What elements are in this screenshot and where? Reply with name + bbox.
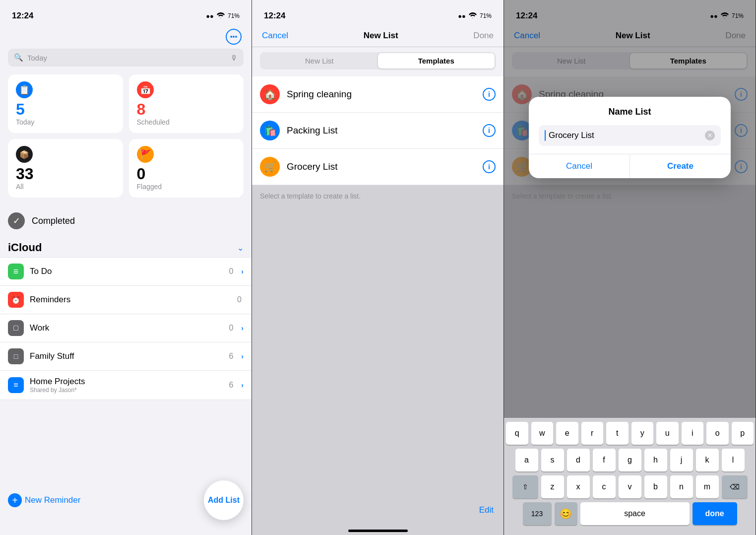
template-packing-list[interactable]: 🛍️ Packing List i xyxy=(252,113,504,149)
keyboard-row-2: a s d f g h j k l xyxy=(506,449,754,471)
key-i[interactable]: i xyxy=(682,422,704,445)
icloud-title: iCloud xyxy=(8,241,42,254)
search-bar[interactable]: 🔍 Today 🎙 xyxy=(8,49,244,67)
dialog-create-button[interactable]: Create xyxy=(630,154,731,178)
key-d[interactable]: d xyxy=(567,449,590,471)
today-label: Today xyxy=(16,118,115,126)
keyboard-row-3: ⇧ z x c v b n m ⌫ xyxy=(506,475,754,498)
key-done[interactable]: done xyxy=(693,502,737,525)
key-shift[interactable]: ⇧ xyxy=(512,475,538,498)
scheduled-label: Scheduled xyxy=(137,118,236,126)
family-icon: □ xyxy=(8,348,24,364)
lists-container: ≡ To Do 0 › ⏰ Reminders 0 □ Work 0 › □ F… xyxy=(0,257,252,400)
battery-icon: 71% xyxy=(228,12,240,19)
home-projects-name: Home Projects xyxy=(30,377,223,387)
all-card[interactable]: 📦 33 All xyxy=(8,139,123,198)
key-g[interactable]: g xyxy=(619,449,641,471)
dialog-actions: Cancel Create xyxy=(529,154,731,178)
key-y[interactable]: y xyxy=(631,422,654,445)
key-j[interactable]: j xyxy=(670,449,693,471)
list-item-todo[interactable]: ≡ To Do 0 › xyxy=(0,257,252,286)
search-placeholder: Today xyxy=(27,54,47,62)
all-count: 33 xyxy=(16,166,115,182)
battery-icon-2: 71% xyxy=(480,12,492,19)
key-m[interactable]: m xyxy=(696,475,719,498)
key-k[interactable]: k xyxy=(696,449,719,471)
key-c[interactable]: c xyxy=(593,475,616,498)
key-r[interactable]: r xyxy=(581,422,604,445)
completed-item[interactable]: ✓ Completed xyxy=(0,205,252,236)
status-time-2: 12:24 xyxy=(264,11,285,21)
template-grocery-list[interactable]: 🛒 Grocery List i xyxy=(252,149,504,185)
icloud-header: iCloud ⌄ xyxy=(0,236,252,257)
search-icon: 🔍 xyxy=(14,53,23,62)
key-x[interactable]: x xyxy=(567,475,590,498)
spring-info-icon[interactable]: i xyxy=(483,88,496,101)
today-card[interactable]: 📋 5 Today xyxy=(8,74,123,133)
signal-icon-2: ●● xyxy=(458,12,466,20)
key-t[interactable]: t xyxy=(606,422,629,445)
key-123[interactable]: 123 xyxy=(523,502,552,525)
key-h[interactable]: h xyxy=(644,449,667,471)
dialog-title: Name List xyxy=(539,107,721,117)
key-s[interactable]: s xyxy=(541,449,564,471)
dialog-input-row[interactable]: Grocery List ✕ xyxy=(539,125,721,146)
list-item-family[interactable]: □ Family Stuff 6 › xyxy=(0,342,252,371)
list-item-reminders[interactable]: ⏰ Reminders 0 xyxy=(0,286,252,314)
list-item-homeprojects[interactable]: ≡ Home Projects Shared by Jason* 6 › xyxy=(0,371,252,400)
icloud-chevron[interactable]: ⌄ xyxy=(237,243,244,253)
reminders-icon: ⏰ xyxy=(8,292,24,308)
key-o[interactable]: o xyxy=(706,422,729,445)
key-emoji[interactable]: 😊 xyxy=(555,502,577,525)
keyboard: q w e r t y u i o p a s d f g h j k l ⇧ … xyxy=(504,418,756,535)
key-n[interactable]: n xyxy=(670,475,693,498)
key-space[interactable]: space xyxy=(580,502,690,525)
key-a[interactable]: a xyxy=(515,449,538,471)
segment-templates-2[interactable]: Templates xyxy=(378,53,495,68)
key-b[interactable]: b xyxy=(644,475,667,498)
packing-info-icon[interactable]: i xyxy=(483,124,496,137)
scheduled-card[interactable]: 📅 8 Scheduled xyxy=(129,74,244,133)
cancel-button-2[interactable]: Cancel xyxy=(262,31,288,41)
flagged-count: 0 xyxy=(137,166,236,182)
add-list-button[interactable]: Add List xyxy=(204,480,244,520)
keyboard-row-4: 123 😊 space done xyxy=(506,502,754,525)
grocery-name: Grocery List xyxy=(287,161,476,172)
key-z[interactable]: z xyxy=(541,475,564,498)
dialog-clear-button[interactable]: ✕ xyxy=(705,131,715,140)
key-v[interactable]: v xyxy=(619,475,641,498)
status-bar-2: 12:24 ●● 71% xyxy=(252,0,504,27)
status-bar-1: 12:24 ●● 71% xyxy=(0,0,252,27)
new-reminder-button[interactable]: + New Reminder xyxy=(8,493,80,507)
template-hint-2: Select a template to create a list. xyxy=(252,185,504,207)
plus-icon: + xyxy=(8,493,22,507)
dialog-cancel-button[interactable]: Cancel xyxy=(529,154,630,178)
key-u[interactable]: u xyxy=(656,422,679,445)
template-spring-cleaning[interactable]: 🏠 Spring cleaning i xyxy=(252,76,504,113)
key-l[interactable]: l xyxy=(722,449,745,471)
edit-button-2[interactable]: Edit xyxy=(479,505,494,515)
key-f[interactable]: f xyxy=(593,449,616,471)
todo-count: 0 xyxy=(229,267,233,276)
key-e[interactable]: e xyxy=(556,422,578,445)
ellipsis-button[interactable]: ••• xyxy=(226,29,242,45)
mic-icon: 🎙 xyxy=(230,54,238,62)
flagged-card[interactable]: 🚩 0 Flagged xyxy=(129,139,244,198)
grocery-info-icon[interactable]: i xyxy=(483,160,496,173)
key-q[interactable]: q xyxy=(506,422,528,445)
dialog-input-text[interactable]: Grocery List xyxy=(549,131,702,140)
key-p[interactable]: p xyxy=(732,422,754,445)
completed-icon: ✓ xyxy=(8,212,25,229)
all-label: All xyxy=(16,183,115,191)
segment-new-list-2[interactable]: New List xyxy=(261,53,378,68)
spring-icon: 🏠 xyxy=(260,84,280,104)
done-button-2[interactable]: Done xyxy=(473,31,494,41)
list-item-work[interactable]: □ Work 0 › xyxy=(0,314,252,342)
status-time-1: 12:24 xyxy=(12,11,33,21)
scheduled-icon: 📅 xyxy=(137,81,154,98)
family-name: Family Stuff xyxy=(30,351,223,361)
key-w[interactable]: w xyxy=(531,422,554,445)
key-backspace[interactable]: ⌫ xyxy=(722,475,748,498)
spring-name: Spring cleaning xyxy=(287,89,476,100)
segment-control-2: New List Templates xyxy=(260,52,496,69)
